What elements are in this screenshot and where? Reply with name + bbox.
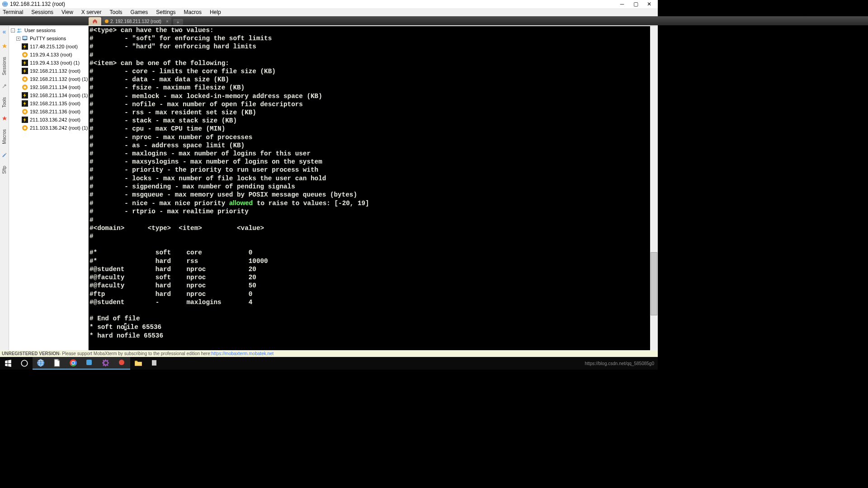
main-area: « Sessions Tools Macros Sftp - User sess… xyxy=(0,26,658,350)
session-item[interactable]: 192.168.211.136 (root) xyxy=(9,108,88,116)
macros-star-icon[interactable] xyxy=(2,116,7,121)
session-icon xyxy=(22,68,28,74)
minimize-button[interactable]: ─ xyxy=(615,1,629,7)
menu-macros[interactable]: Macros xyxy=(184,9,202,15)
menu-bar: Terminal Sessions View X server Tools Ga… xyxy=(0,8,658,16)
sidestrip-sftp[interactable]: Sftp xyxy=(2,166,7,174)
expand-icon[interactable]: + xyxy=(16,37,20,41)
session-icon xyxy=(22,117,28,123)
sidestrip-sessions[interactable]: Sessions xyxy=(2,57,7,75)
status-text: - Please support MobaXterm by subscribin… xyxy=(59,351,211,356)
session-item[interactable]: 192.168.211.132 (root) (1) xyxy=(9,75,88,83)
tab-close-icon[interactable]: × xyxy=(166,19,169,24)
session-item[interactable]: 119.29.4.133 (root) (1) xyxy=(9,59,88,67)
menu-view[interactable]: View xyxy=(61,9,73,15)
tree-root[interactable]: - User sessions xyxy=(9,26,88,34)
watermark-text: https://blog.csdn.net/qq_585085g0 xyxy=(585,361,658,366)
sidestrip-tools[interactable]: Tools xyxy=(2,97,7,108)
menu-settings[interactable]: Settings xyxy=(156,9,175,15)
menu-games[interactable]: Games xyxy=(131,9,148,15)
menu-tools[interactable]: Tools xyxy=(110,9,123,15)
window-title: 192.168.211.132 (root) xyxy=(10,1,65,7)
scrollbar-thumb[interactable] xyxy=(651,252,657,315)
taskbar-app-5[interactable] xyxy=(114,357,130,370)
window-titlebar: 192.168.211.132 (root) ─ ▢ ✕ xyxy=(0,0,658,8)
session-icon xyxy=(22,43,28,50)
side-toolbar: « Sessions Tools Macros Sftp xyxy=(0,26,9,350)
tab-status-icon xyxy=(105,19,108,23)
session-item[interactable]: 119.29.4.133 (root) xyxy=(9,51,88,59)
session-tab[interactable]: 2. 192.168.211.132 (root) × xyxy=(102,17,171,25)
menu-terminal[interactable]: Terminal xyxy=(3,9,23,15)
session-item[interactable]: 192.168.211.132 (root) xyxy=(9,67,88,75)
cortana-button[interactable] xyxy=(16,357,33,370)
svg-rect-19 xyxy=(152,360,156,366)
start-button[interactable] xyxy=(0,357,16,370)
taskbar-app-4[interactable] xyxy=(98,357,114,370)
session-icon xyxy=(22,108,28,115)
home-tab[interactable] xyxy=(89,17,101,25)
tree-folder-putty[interactable]: + PuTTY sessions xyxy=(9,34,88,42)
session-item[interactable]: 211.103.136.242 (root) xyxy=(9,116,88,124)
close-button[interactable]: ✕ xyxy=(642,1,656,7)
session-item[interactable]: 192.168.211.135 (root) xyxy=(9,99,88,108)
taskbar-chrome[interactable] xyxy=(65,357,81,370)
taskbar-app-6[interactable] xyxy=(146,357,163,370)
session-icon xyxy=(22,60,28,66)
session-item[interactable]: 117.48.215.120 (root) xyxy=(9,42,88,51)
windows-taskbar: https://blog.csdn.net/qq_585085g0 xyxy=(0,357,658,370)
users-icon xyxy=(16,27,23,33)
tools-wrench-icon[interactable] xyxy=(2,84,7,89)
session-item[interactable]: 192.168.211.134 (root) xyxy=(9,83,88,91)
session-item[interactable]: 211.103.136.242 (root) (1) xyxy=(9,124,88,132)
terminal-content[interactable]: #<type> can have the two values: # - "so… xyxy=(89,26,658,340)
svg-point-18 xyxy=(119,360,124,365)
session-icon xyxy=(22,125,28,131)
session-icon xyxy=(22,84,28,90)
terminal-scrollbar[interactable] xyxy=(650,26,658,350)
expand-icon[interactable]: - xyxy=(11,28,15,33)
sessions-star-icon[interactable] xyxy=(2,43,7,49)
sidestrip-macros[interactable]: Macros xyxy=(2,129,7,144)
taskbar-app-3[interactable] xyxy=(81,357,98,370)
status-prefix: UNREGISTERED VERSION xyxy=(2,351,59,356)
terminal[interactable]: #<type> can have the two values: # - "so… xyxy=(89,26,658,350)
taskbar-explorer[interactable] xyxy=(130,357,146,370)
session-icon xyxy=(22,52,28,58)
tab-label: 2. 192.168.211.132 (root) xyxy=(110,19,161,24)
tab-bar: 2. 192.168.211.132 (root) × + xyxy=(0,16,658,25)
session-icon xyxy=(22,76,28,82)
sftp-pen-icon[interactable] xyxy=(2,152,7,158)
menu-xserver[interactable]: X server xyxy=(81,9,102,15)
svg-rect-17 xyxy=(86,360,92,365)
app-icon xyxy=(2,1,8,7)
sessions-sidebar: - User sessions + PuTTY sessions 117.48.… xyxy=(9,26,89,350)
menu-help[interactable]: Help xyxy=(210,9,221,15)
putty-icon xyxy=(22,35,28,42)
taskbar-app-2[interactable] xyxy=(49,357,65,370)
menu-sessions[interactable]: Sessions xyxy=(31,9,53,15)
new-tab-button[interactable]: + xyxy=(173,19,183,25)
maximize-button[interactable]: ▢ xyxy=(629,1,642,7)
status-bar: UNREGISTERED VERSION - Please support Mo… xyxy=(0,350,658,357)
status-link[interactable]: https://mobaxterm.mobatek.net xyxy=(212,351,274,356)
collapse-sidebar-icon[interactable]: « xyxy=(3,28,6,35)
session-item[interactable]: 192.168.211.134 (root) (1) xyxy=(9,91,88,99)
session-icon xyxy=(22,92,28,99)
session-icon xyxy=(22,100,28,107)
taskbar-app-1[interactable] xyxy=(33,357,49,370)
